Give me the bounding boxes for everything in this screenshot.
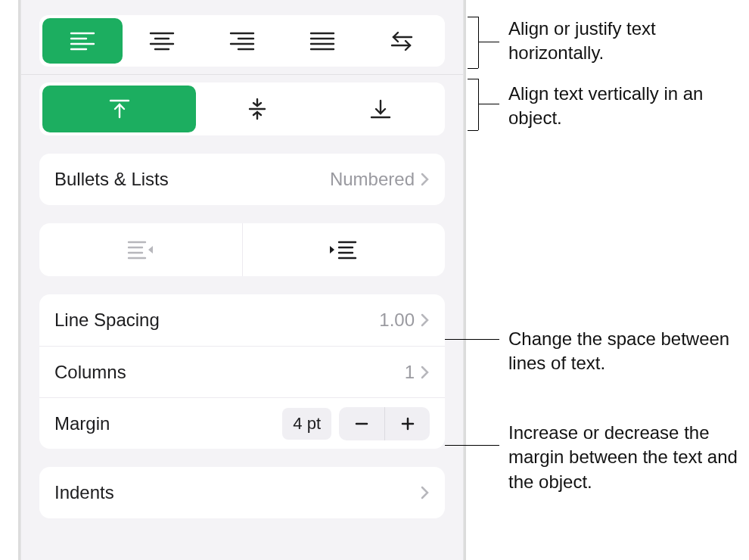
- align-center-button[interactable]: [123, 18, 203, 64]
- callout-leader: [445, 339, 499, 340]
- outdent-icon: [126, 238, 156, 261]
- align-left-icon: [70, 31, 95, 51]
- line-spacing-row[interactable]: Line Spacing 1.00: [39, 294, 445, 346]
- chevron-right-icon: [421, 313, 430, 328]
- margin-decrease-button[interactable]: [339, 407, 384, 440]
- plus-icon: [400, 416, 415, 431]
- minus-icon: [354, 416, 369, 431]
- svg-marker-29: [148, 246, 153, 254]
- callout-leader: [478, 104, 499, 104]
- callout-vertical-align: Align text vertically in an object.: [508, 82, 735, 131]
- callout-bracket: [478, 17, 479, 68]
- columns-row[interactable]: Columns 1: [39, 346, 445, 397]
- bullets-card: Bullets & Lists Numbered: [39, 154, 445, 205]
- margin-label: Margin: [54, 413, 282, 434]
- callout-horizontal-align: Align or justify text horizontally.: [508, 17, 735, 66]
- margin-controls: 4 pt: [282, 407, 430, 440]
- text-direction-icon: [389, 31, 415, 51]
- chevron-right-icon: [421, 172, 430, 187]
- align-right-icon: [229, 31, 255, 51]
- indent-segment: [39, 223, 445, 276]
- bullets-value: Numbered: [330, 169, 415, 190]
- align-middle-button[interactable]: [196, 86, 319, 132]
- align-left-button[interactable]: [42, 18, 123, 64]
- bullets-label: Bullets & Lists: [54, 169, 330, 190]
- columns-value: 1: [405, 362, 415, 383]
- panel-inner: Bullets & Lists Numbered: [20, 0, 464, 560]
- callout-bracket: [478, 79, 479, 130]
- chevron-right-icon: [421, 485, 430, 500]
- indents-label: Indents: [54, 482, 421, 503]
- vertical-align-segment: [39, 82, 445, 135]
- callout-leader: [445, 445, 499, 446]
- indents-card: Indents: [39, 467, 445, 518]
- indent-icon: [328, 238, 359, 261]
- indent-button[interactable]: [242, 223, 446, 276]
- chevron-right-icon: [421, 365, 430, 380]
- margin-row: Margin 4 pt: [39, 397, 445, 449]
- text-direction-button[interactable]: [362, 18, 442, 64]
- align-justify-icon: [309, 31, 335, 51]
- line-spacing-value: 1.00: [379, 310, 415, 331]
- bullets-lists-row[interactable]: Bullets & Lists Numbered: [39, 154, 445, 205]
- horizontal-align-segment: [39, 15, 445, 67]
- align-right-button[interactable]: [202, 18, 282, 64]
- margin-value: 4 pt: [282, 408, 331, 440]
- margin-increase-button[interactable]: [384, 407, 430, 440]
- align-middle-icon: [246, 98, 269, 120]
- line-spacing-label: Line Spacing: [54, 310, 379, 331]
- callout-margin: Increase or decrease the margin between …: [508, 421, 743, 494]
- align-bottom-button[interactable]: [319, 86, 442, 132]
- align-bottom-icon: [369, 98, 392, 120]
- outdent-button[interactable]: [39, 223, 242, 276]
- columns-label: Columns: [54, 362, 405, 383]
- align-center-icon: [149, 31, 175, 51]
- spacing-card: Line Spacing 1.00 Columns 1 Margin 4 pt: [39, 294, 445, 449]
- callout-leader: [478, 42, 499, 42]
- align-top-icon: [108, 98, 131, 120]
- align-top-button[interactable]: [42, 86, 196, 132]
- align-justify-button[interactable]: [282, 18, 362, 64]
- callout-line-spacing: Change the space between lines of text.: [508, 327, 743, 376]
- margin-stepper: [339, 407, 430, 440]
- svg-marker-30: [330, 246, 334, 254]
- format-panel: Bullets & Lists Numbered: [18, 0, 466, 560]
- indents-row[interactable]: Indents: [39, 467, 445, 518]
